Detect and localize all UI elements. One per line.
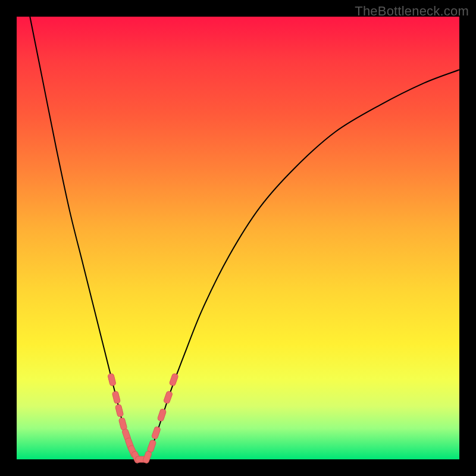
data-marker: [169, 373, 178, 386]
plot-area: [17, 17, 459, 459]
chart-frame: TheBottleneck.com: [0, 0, 476, 476]
data-marker: [118, 418, 127, 431]
curves-svg: [17, 17, 459, 459]
data-markers: [108, 373, 179, 464]
data-marker: [112, 391, 121, 404]
data-marker: [147, 440, 156, 453]
right-curve: [147, 70, 459, 459]
data-marker: [108, 373, 117, 386]
left-curve: [30, 17, 136, 459]
data-marker: [142, 450, 152, 464]
data-marker: [157, 409, 167, 422]
data-marker: [163, 391, 173, 404]
data-marker: [115, 404, 124, 417]
data-marker: [151, 426, 161, 439]
